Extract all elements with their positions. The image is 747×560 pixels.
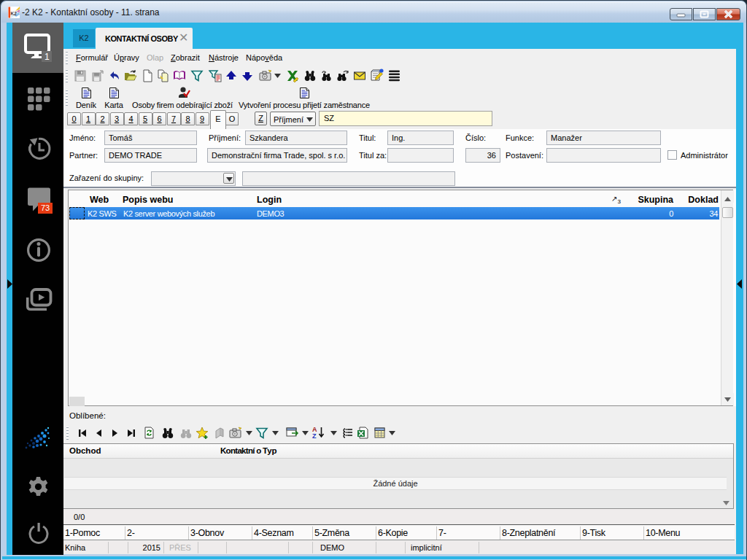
svg-text:1: 1: [44, 52, 50, 62]
svg-text:K2: K2: [11, 11, 18, 16]
svg-text:Z: Z: [312, 432, 317, 440]
